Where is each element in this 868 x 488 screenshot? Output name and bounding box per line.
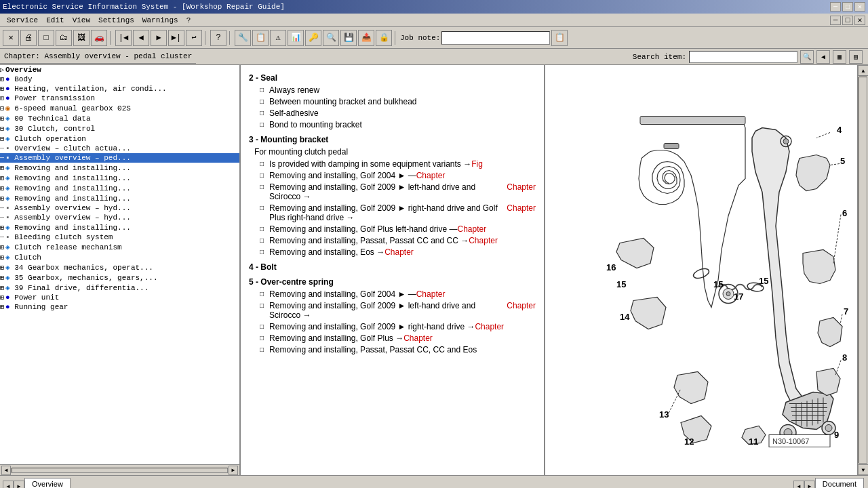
menu-view[interactable]: View (68, 15, 94, 26)
tree-item-gearbox-34[interactable]: ⊞ ◈ 34 Gearbox mechanics, operat... (0, 262, 239, 272)
section-3-intro: For mounting clutch pedal (254, 147, 536, 157)
window-restore-button[interactable]: □ (842, 16, 853, 25)
toolbar-tools-btn3[interactable]: ⚠ (270, 30, 286, 46)
tree-item-heating[interactable]: ⊞ ● Heating, ventilation, air condi... (0, 84, 239, 94)
tree-item-power-transmission[interactable]: ⊞ ● Power transmission (0, 94, 239, 103)
tree-item-running-gear[interactable]: ⊞ ● Running gear (0, 302, 239, 312)
chapter-link-9[interactable]: Chapter (475, 322, 504, 331)
chapter-link-6[interactable]: Chapter (384, 247, 414, 257)
toolbar-tools-btn6[interactable]: 🔍 (323, 30, 339, 46)
search-button[interactable]: 🔍 (800, 50, 814, 64)
chapter-link-5[interactable]: Chapter (469, 236, 498, 245)
chapter-link-3[interactable]: Chapter (507, 203, 536, 213)
tree-item-clutch-control[interactable]: ⊟ ◈ 30 Clutch, control (0, 123, 239, 134)
menu-service[interactable]: Service (3, 15, 42, 26)
vertical-scrollbar[interactable]: ▲ ▼ (857, 65, 868, 475)
tree-item-gearbox[interactable]: ⊟ ◉ 6-speed manual gearbox 02S (0, 103, 239, 113)
tab-nav-right2[interactable]: ▶ (804, 481, 815, 488)
tree-item-removing-2[interactable]: ⊞ ◈ Removing and installing... (0, 173, 239, 183)
search-options-button[interactable]: ▦ (833, 50, 846, 64)
svg-text:N30-10067: N30-10067 (772, 437, 809, 445)
search-prev-button[interactable]: ◀ (816, 50, 830, 64)
tree-item-bleeding[interactable]: ─ ▪ Bleeding clutch system (0, 232, 239, 242)
window-minimize-button[interactable]: ─ (830, 16, 841, 25)
hscroll-track[interactable] (12, 468, 228, 473)
tree-item-removing-1[interactable]: ⊞ ◈ Removing and installing... (0, 163, 239, 173)
menu-warnings[interactable]: Warnings (138, 15, 182, 26)
job-note-submit-button[interactable]: 📋 (551, 30, 568, 46)
job-note-input[interactable] (441, 31, 550, 45)
search-input[interactable] (689, 51, 797, 63)
tab-overview[interactable]: Overview (24, 478, 71, 488)
toolbar-tools-btn2[interactable]: 📋 (252, 30, 269, 46)
section-4-number: 4 - (249, 262, 260, 272)
toolbar-tools-btn1[interactable]: 🔧 (235, 30, 251, 46)
toolbar-return-button[interactable]: ↩ (186, 30, 202, 46)
tree-item-removing-4[interactable]: ⊞ ◈ Removing and installing... (0, 193, 239, 203)
toolbar-tools-btn7[interactable]: 💾 (340, 30, 357, 46)
section-2-title: Seal (260, 73, 277, 83)
toolbar-btn-4[interactable]: 🗂 (56, 30, 72, 46)
tab-nav-right[interactable]: ▶ (14, 481, 24, 488)
tab-document[interactable]: Document (815, 478, 864, 488)
tree-item-body[interactable]: ⊞ ● Body (0, 75, 239, 84)
toolbar-tools-btn4[interactable]: 📊 (288, 30, 304, 46)
breadcrumb: Chapter: Assembly overview - pedal clust… (0, 50, 196, 64)
search-item-label: Search item: (633, 53, 686, 61)
tree-item-gearbox-35[interactable]: ⊞ ◈ 35 Gearbox, mechanics, gears,... (0, 272, 239, 283)
toolbar-btn-5[interactable]: 🖼 (73, 30, 90, 46)
toolbar-btn-1[interactable]: ✕ (3, 30, 19, 46)
restore-button[interactable]: □ (842, 2, 853, 12)
mounting-item-6: Removing and installing, Passat, Passat … (260, 236, 536, 245)
tree-item-removing-3[interactable]: ⊞ ◈ Removing and installing... (0, 183, 239, 193)
chapter-link-4[interactable]: Chapter (458, 224, 487, 234)
hscroll-right-button[interactable]: ▶ (229, 466, 238, 475)
scroll-down-button[interactable]: ▼ (858, 464, 868, 475)
fig-link[interactable]: Fig (471, 159, 483, 169)
tree-item-assembly-overview[interactable]: ─ ▪ Assembly overview – ped... (0, 153, 239, 163)
search-extra-button[interactable]: ▤ (849, 50, 863, 64)
menu-edit[interactable]: Edit (42, 15, 68, 26)
chapter-link-2[interactable]: Chapter (507, 182, 536, 192)
tree-item-clutch[interactable]: ⊞ ◈ Clutch (0, 252, 239, 262)
tree-item-power-unit[interactable]: ⊞ ● Power unit (0, 293, 239, 302)
tree-item-technical-data[interactable]: ⊞ ◈ 00 Technical data (0, 113, 239, 123)
menu-settings[interactable]: Settings (94, 15, 138, 26)
toolbar-btn-2[interactable]: 🖨 (20, 30, 37, 46)
seal-item-1: Always renew (260, 85, 536, 95)
toolbar-prev-button[interactable]: ◀ (133, 30, 149, 46)
toolbar-tools-btn8[interactable]: 📤 (358, 30, 374, 46)
mounting-item-4: Removing and installing, Golf 2009 ► rig… (260, 203, 536, 222)
tree-item-clutch-operation[interactable]: ⊟ ◈ Clutch operation (0, 134, 239, 144)
toolbar-tools-btn9[interactable]: 🔒 (376, 30, 392, 46)
scroll-up-button[interactable]: ▲ (858, 65, 868, 76)
hscroll-left-button[interactable]: ◀ (1, 466, 11, 475)
toolbar-next-button[interactable]: ▶ (151, 30, 167, 46)
scroll-track[interactable] (859, 77, 867, 464)
tree-item-assembly-hyd2[interactable]: ─ ▪ Assembly overview – hyd... (0, 213, 239, 222)
toolbar-first-button[interactable]: |◀ (115, 30, 132, 46)
tree-item-final-drive[interactable]: ⊞ ◈ 39 Final drive, differentia... (0, 283, 239, 293)
chapter-link-10[interactable]: Chapter (403, 333, 433, 343)
toolbar-tools-btn5[interactable]: 🔑 (305, 30, 321, 46)
tree-item-assembly-hyd1[interactable]: ─ ▪ Assembly overview – hyd... (0, 203, 239, 213)
window-close-button[interactable]: ✕ (854, 16, 865, 25)
tree-item-overview[interactable]: ▷ Overview (0, 65, 239, 75)
chapter-link-7[interactable]: Chapter (416, 289, 446, 299)
tab-nav-left2[interactable]: ◀ (793, 481, 804, 488)
minimize-button[interactable]: ─ (830, 2, 841, 12)
menu-help[interactable]: ? (182, 15, 195, 26)
tab-nav-left[interactable]: ◀ (3, 481, 14, 488)
tree-item-removing-5[interactable]: ⊞ ◈ Removing and installing... (0, 222, 239, 232)
toolbar-btn-6[interactable]: 🚗 (91, 30, 107, 46)
close-button[interactable]: ✕ (854, 2, 865, 12)
chapter-link-8[interactable]: Chapter (507, 301, 536, 310)
toolbar-btn-3[interactable]: □ (38, 30, 54, 46)
toolbar-last-button[interactable]: ▶| (168, 30, 184, 46)
tree-item-overview-clutch[interactable]: ─ ▪ Overview – clutch actua... (0, 144, 239, 153)
chapter-link-1[interactable]: Chapter (416, 171, 446, 180)
section-4-title: Bolt (260, 262, 276, 272)
toolbar-help-button[interactable]: ? (210, 30, 226, 46)
tree-item-clutch-release[interactable]: ⊞ ◈ Clutch release mechanism (0, 242, 239, 252)
svg-text:15: 15 (759, 276, 768, 286)
